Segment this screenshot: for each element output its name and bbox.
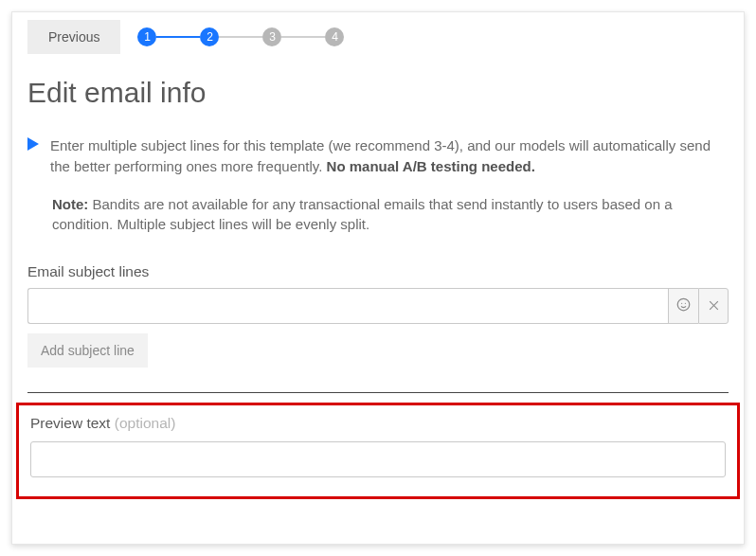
svg-marker-0 — [27, 137, 39, 151]
info-text: Enter multiple subject lines for this te… — [50, 135, 719, 177]
page-title: Edit email info — [27, 77, 744, 109]
step-line-3-4 — [281, 36, 325, 38]
step-3[interactable]: 3 — [262, 27, 281, 46]
step-2[interactable]: 2 — [200, 27, 219, 46]
note-block: Note: Bandits are not available for any … — [52, 194, 719, 236]
previous-button[interactable]: Previous — [27, 20, 120, 54]
preview-text-label: Preview text (optional) — [30, 415, 726, 432]
subject-lines-label: Email subject lines — [27, 263, 744, 280]
edit-email-card: Previous 1 2 3 4 Edit email info Enter m… — [11, 11, 745, 545]
smile-icon — [676, 297, 691, 314]
note-label: Note: — [52, 196, 88, 212]
step-line-2-3 — [219, 36, 262, 38]
preview-text-label-main: Preview text — [30, 415, 115, 431]
remove-subject-button[interactable] — [698, 288, 729, 324]
topbar: Previous 1 2 3 4 — [12, 12, 744, 54]
subject-row — [27, 288, 729, 324]
svg-point-2 — [681, 303, 682, 304]
svg-point-3 — [685, 303, 686, 304]
subject-input[interactable] — [27, 288, 668, 324]
disclosure-triangle-icon[interactable] — [27, 137, 39, 154]
step-line-1-2 — [156, 36, 200, 38]
info-text-bold: No manual A/B testing needed. — [327, 158, 535, 174]
add-subject-line-button[interactable]: Add subject line — [27, 333, 148, 368]
info-row: Enter multiple subject lines for this te… — [12, 135, 744, 177]
svg-point-1 — [677, 298, 690, 311]
stepper: 1 2 3 4 — [137, 27, 344, 46]
close-icon — [708, 298, 720, 314]
section-divider — [27, 392, 729, 393]
preview-text-highlight: Preview text (optional) — [16, 403, 740, 499]
preview-text-input[interactable] — [30, 441, 726, 477]
note-text: Bandits are not available for any transa… — [52, 196, 673, 233]
emoji-button[interactable] — [668, 288, 698, 324]
preview-text-optional: (optional) — [115, 415, 176, 431]
step-1[interactable]: 1 — [137, 27, 156, 46]
step-4[interactable]: 4 — [325, 27, 344, 46]
